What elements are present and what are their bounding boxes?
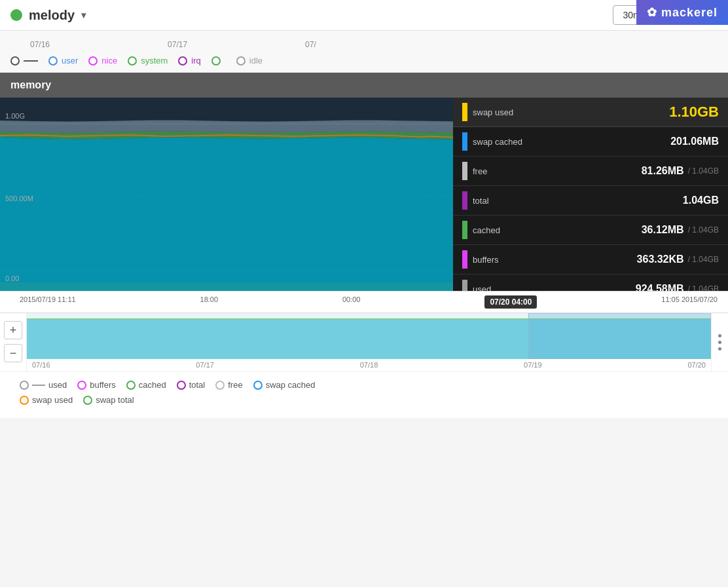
menu-dot-1: [718, 334, 721, 337]
tooltip-row-free: free 81.26MB / 1.04GB: [453, 157, 728, 186]
legend-mem-swap-cached[interactable]: swap cached: [253, 380, 316, 390]
tooltip-label-used: used: [473, 284, 491, 292]
zoom-in-button[interactable]: +: [4, 321, 22, 339]
tooltip-value-used: 924.58MB: [636, 283, 684, 291]
tooltip-label-free: free: [473, 166, 487, 176]
legend-label-user: user: [62, 56, 78, 66]
legend-label-irq: irq: [191, 56, 200, 66]
legend-dot-target: [10, 56, 20, 66]
mem-dot-swap-cached: [253, 381, 263, 390]
tooltip-color-used: [462, 280, 467, 291]
app-logo: ✿ mackerel: [636, 0, 728, 25]
memory-chart[interactable]: 1.00G 500.00M 0.00: [0, 98, 728, 291]
legend-item-system[interactable]: system: [128, 56, 168, 66]
zoom-controls: + −: [0, 313, 27, 371]
host-name: melody: [29, 8, 75, 23]
tooltip-row-swap-used: swap used 1.10GB: [453, 98, 728, 127]
legend-mem-total[interactable]: total: [177, 380, 206, 390]
bottom-legend-row1: used buffers cached total free swap cach…: [20, 380, 708, 390]
legend-mem-cached[interactable]: cached: [126, 380, 166, 390]
tooltip-row-buffers: buffers 363.32KB / 1.04GB: [453, 245, 728, 275]
memory-header: memory: [0, 73, 728, 98]
memory-tooltip: swap used 1.10GB swap cached 201.06MB fr…: [453, 98, 728, 291]
zoom-out-button[interactable]: −: [4, 344, 22, 362]
mem-dot-cached: [126, 381, 136, 390]
tooltip-sub-buffers: / 1.04GB: [688, 255, 719, 264]
tooltip-label-buffers: buffers: [473, 255, 499, 265]
overview-date-2: 07/17: [196, 361, 214, 369]
tooltip-color-cached: [462, 221, 467, 239]
time-highlighted: 07/20 04:00: [484, 295, 537, 309]
tooltip-value-buffers: 363.32KB: [637, 254, 684, 265]
tooltip-row-total: total 1.04GB: [453, 186, 728, 216]
tooltip-color-swap-used: [462, 103, 467, 121]
tooltip-row-used: used 924.58MB / 1.04GB: [453, 275, 728, 291]
memory-section: memory 1.00G 500.00M 0.00: [0, 73, 728, 418]
time-start: 2015/07/19 11:11: [20, 295, 76, 309]
legend-label-system: system: [141, 56, 168, 66]
tooltip-row-cached: cached 36.12MB / 1.04GB: [453, 216, 728, 245]
time-axis: 2015/07/19 11:11 18:00 00:00 07/20 04:00…: [0, 291, 728, 312]
mem-dash: [32, 385, 45, 386]
mem-dot-swap-total: [83, 396, 92, 405]
mem-dot-buffers: [77, 381, 86, 390]
bottom-legend-row2: swap used swap total: [20, 395, 708, 405]
chart-date-labels: 07/16 07/17 07/: [10, 37, 718, 52]
mem-label-buffers: buffers: [90, 380, 116, 390]
legend-mem-swap-total[interactable]: swap total: [83, 395, 134, 405]
legend-item-irq[interactable]: irq: [178, 56, 200, 66]
overview-date-1: 07/16: [32, 361, 50, 369]
legend-item-nice[interactable]: nice: [88, 56, 117, 66]
mem-label-used: used: [48, 380, 67, 390]
mem-dot-used: [20, 381, 29, 390]
cpu-legend-area: 07/16 07/17 07/ user nice system irq: [0, 31, 728, 73]
overview-date-3: 07/18: [360, 361, 378, 369]
tooltip-sub-used: / 1.04GB: [688, 284, 719, 291]
header: melody ▾ 30min 1h 6 ✿ mackerel: [0, 0, 728, 31]
mem-label-swap-cached: swap cached: [266, 380, 316, 390]
tooltip-sub-free: / 1.04GB: [688, 166, 719, 176]
date-label-1: 07/16: [30, 40, 50, 49]
time-18: 18:00: [200, 295, 219, 309]
legend-dot-nice: [88, 56, 98, 66]
legend-label-nice: nice: [101, 56, 117, 66]
date-label-2: 07/17: [168, 40, 187, 49]
mem-label-free: free: [228, 380, 242, 390]
mem-label-swap-used: swap used: [32, 395, 73, 405]
overview-area: + − 07/16 07/17 07/18 07/19 07/20: [0, 312, 728, 371]
overview-mini-chart[interactable]: 07/16 07/17 07/18 07/19 07/20: [27, 313, 711, 371]
tooltip-color-buffers: [462, 250, 467, 269]
bottom-legend: used buffers cached total free swap cach…: [0, 371, 728, 418]
chevron-down-icon: ▾: [81, 10, 86, 20]
legend-mem-used[interactable]: used: [20, 380, 67, 390]
legend-mem-free[interactable]: free: [215, 380, 242, 390]
date-label-3: 07/: [305, 40, 316, 49]
legend-item-extra[interactable]: [211, 56, 221, 66]
mem-label-swap-total: swap total: [96, 395, 134, 405]
tooltip-value-cached: 36.12MB: [642, 224, 684, 236]
tooltip-label-total: total: [473, 196, 489, 206]
legend-item-user[interactable]: user: [48, 56, 78, 66]
legend-mem-buffers[interactable]: buffers: [77, 380, 116, 390]
legend-mem-swap-used[interactable]: swap used: [20, 395, 73, 405]
time-end: 11:05 2015/07/20: [661, 295, 718, 309]
tooltip-color-total: [462, 191, 467, 210]
mini-chart-svg: [27, 313, 711, 359]
legend-label-idle: idle: [249, 56, 263, 66]
legend-dot-irq: [178, 56, 187, 66]
legend-item-idle[interactable]: idle: [236, 56, 263, 66]
cpu-legend-row: user nice system irq idle: [10, 56, 718, 66]
mem-dot-free: [215, 381, 225, 390]
tooltip-label-swap-cached: swap cached: [473, 137, 522, 147]
tooltip-value-free: 81.26MB: [642, 165, 684, 177]
overview-date-5: 07/20: [687, 361, 706, 369]
y-label-0: 0.00: [5, 275, 19, 282]
overview-menu[interactable]: [711, 313, 728, 371]
legend-dot-system: [128, 56, 137, 66]
host-selector[interactable]: melody ▾: [10, 8, 86, 23]
mem-label-total: total: [189, 380, 206, 390]
mem-dot-swap-used: [20, 396, 29, 405]
legend-item-target: [10, 56, 38, 66]
legend-dot-user: [48, 56, 58, 66]
mem-label-cached: cached: [139, 380, 166, 390]
